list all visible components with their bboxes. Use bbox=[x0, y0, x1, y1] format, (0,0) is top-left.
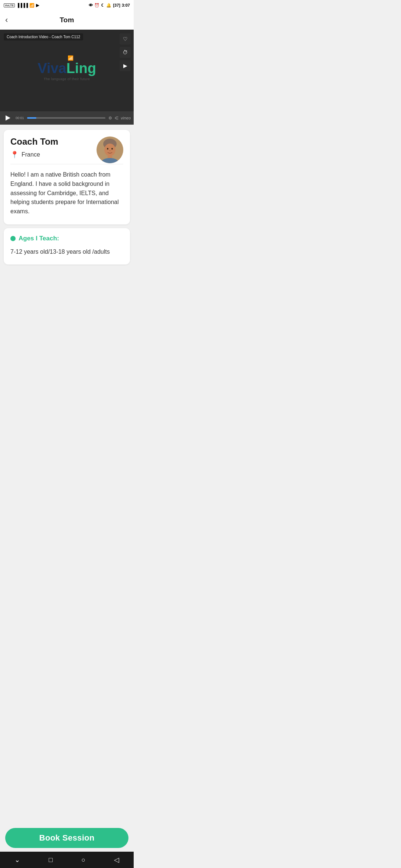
heart-action-btn[interactable]: ♡ bbox=[120, 33, 131, 45]
logo-ling: L bbox=[66, 60, 75, 76]
location-icon: ▶ bbox=[36, 3, 39, 8]
current-time: 00:01 bbox=[16, 116, 24, 120]
progress-fill bbox=[27, 117, 36, 119]
alarm-icon: ⏰ bbox=[94, 3, 100, 8]
svg-point-5 bbox=[110, 150, 111, 151]
ages-content: 7-12 years old/13-18 years old /adults bbox=[10, 247, 123, 256]
coach-card-header: Coach Tom 📍 France bbox=[10, 137, 123, 164]
back-button[interactable]: ‹ bbox=[5, 16, 8, 24]
vivaling-logo: Viva 📶 L ing The language of their futur… bbox=[38, 60, 96, 81]
vivaling-tagline: The language of their future bbox=[44, 77, 90, 81]
content-area: Coach Tom 📍 France bbox=[0, 125, 134, 314]
bottom-spacer bbox=[4, 268, 130, 309]
wifi-icon: 📶 bbox=[29, 3, 35, 8]
bell-mute-icon: 🔔 bbox=[106, 3, 111, 8]
volte-badge: VoLTE bbox=[4, 3, 15, 7]
clock-time: 3:07 bbox=[122, 3, 130, 7]
coach-name: Coach Tom bbox=[10, 137, 58, 147]
controls-right: ⚙ ⋲ vimeo bbox=[108, 116, 131, 121]
location-row: 📍 France bbox=[10, 151, 58, 159]
logo-ing: ing bbox=[75, 60, 96, 76]
logo-viva: Viva bbox=[38, 60, 66, 76]
avatar-image bbox=[97, 137, 123, 163]
signal-icon: ▐▐▐▐ bbox=[16, 3, 28, 7]
video-controls: 00:01 ⚙ ⋲ vimeo bbox=[0, 111, 134, 125]
divider bbox=[10, 164, 123, 164]
eye-icon: 👁 bbox=[89, 3, 93, 7]
share-action-btn[interactable]: ▶ bbox=[120, 60, 131, 71]
progress-bar[interactable] bbox=[27, 117, 106, 119]
video-actions: ♡ ⏱ ▶ bbox=[120, 33, 131, 71]
svg-point-3 bbox=[107, 148, 108, 149]
coach-card: Coach Tom 📍 France bbox=[4, 130, 130, 224]
clock-action-btn[interactable]: ⏱ bbox=[120, 47, 131, 58]
svg-point-2 bbox=[104, 144, 115, 156]
page-header: ‹ Tom bbox=[0, 10, 134, 30]
play-triangle-icon bbox=[6, 115, 10, 121]
ages-card: Ages I Teach: 7-12 years old/13-18 years… bbox=[4, 228, 130, 264]
battery-indicator: [37] bbox=[113, 3, 120, 7]
location-pin-icon: 📍 bbox=[10, 151, 19, 159]
status-left: VoLTE ▐▐▐▐ 📶 ▶ bbox=[4, 3, 39, 8]
play-button[interactable] bbox=[3, 113, 13, 123]
status-bar: VoLTE ▐▐▐▐ 📶 ▶ 👁 ⏰ ☾ 🔔 [37] 3:07 bbox=[0, 0, 134, 10]
section-title: Ages I Teach: bbox=[19, 235, 59, 242]
bullet-dot-icon bbox=[10, 236, 16, 241]
coach-avatar bbox=[97, 137, 123, 163]
coach-info-left: Coach Tom 📍 France bbox=[10, 137, 58, 164]
coach-bio: Hello! I am a native British coach from … bbox=[10, 170, 123, 216]
vimeo-label: vimeo bbox=[121, 116, 131, 120]
section-title-row: Ages I Teach: bbox=[10, 235, 123, 242]
page-title: Tom bbox=[60, 16, 74, 24]
moon-icon: ☾ bbox=[101, 3, 105, 8]
fullscreen-icon[interactable]: ⋲ bbox=[114, 116, 118, 121]
svg-point-4 bbox=[111, 148, 113, 149]
coach-location: France bbox=[22, 151, 40, 158]
video-container: Coach Introduction Video - Coach Tom C11… bbox=[0, 30, 134, 111]
settings-icon[interactable]: ⚙ bbox=[108, 116, 112, 121]
video-label: Coach Introduction Video - Coach Tom C11… bbox=[4, 33, 83, 40]
status-right: 👁 ⏰ ☾ 🔔 [37] 3:07 bbox=[89, 3, 130, 8]
